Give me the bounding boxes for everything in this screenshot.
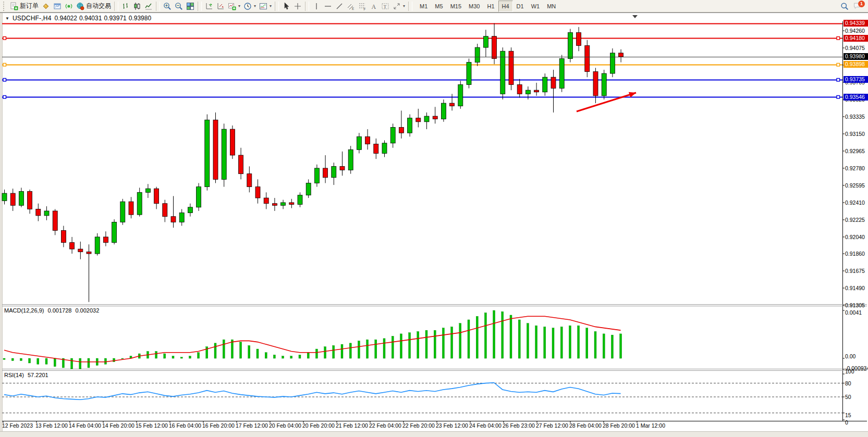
bar-chart-button[interactable] (120, 1, 131, 11)
time-axis-label: 20 Feb 20:00 (302, 422, 335, 429)
rsi-pane-label: RSI(14) 57.2201 (4, 372, 48, 378)
price-tick-label: 0.92965 (845, 148, 865, 154)
price-tick-label: 0.94075 (845, 45, 865, 51)
add-indicator-icon (228, 2, 236, 10)
time-axis-label: 1 Mar 12:00 (636, 422, 665, 429)
timeframe-m30-button[interactable]: M30 (465, 1, 483, 12)
vertical-line-tool-button[interactable] (311, 1, 322, 11)
arrows-icon (393, 2, 401, 10)
window-bottom-edge (0, 431, 868, 437)
time-axis-label: 16 Feb 20:00 (202, 422, 235, 429)
text-label-tool-button[interactable]: T (380, 1, 391, 11)
timeframe-m5-button[interactable]: M5 (431, 1, 446, 12)
time-axis-label: 28 Feb 20:00 (603, 422, 635, 429)
chart-title[interactable]: ▼ USDCHF-,H4 0.94022 0.94031 0.93971 0.9… (5, 15, 151, 22)
search-button[interactable] (839, 1, 850, 11)
candlestick-chart-button[interactable] (131, 1, 143, 11)
toolbar-separator (408, 2, 412, 11)
arrows-tool-button[interactable]: ▾ (391, 1, 407, 11)
candlestick-chart-icon (133, 2, 141, 10)
timeframe-m15-button[interactable]: M15 (447, 1, 465, 12)
chart-profile-icon (205, 2, 213, 10)
timeframe-h4-button[interactable]: H4 (498, 1, 513, 12)
periods-button[interactable]: ▾ (242, 1, 258, 11)
macd-tick-label: 0.0041 (845, 309, 862, 316)
price-badge: 0.94339 (843, 20, 868, 27)
time-axis-label: 14 Feb 20:00 (102, 422, 135, 429)
chart-menu-caret-icon: ▼ (5, 16, 9, 21)
market-watch-button[interactable] (40, 1, 52, 11)
autotrading-label: 自动交易 (86, 2, 111, 10)
tile-windows-button[interactable] (185, 1, 196, 11)
zoom-out-button[interactable] (173, 1, 185, 11)
price-badge: 0.93898 (843, 61, 868, 68)
price-tick-label: 0.92595 (845, 182, 865, 189)
rsi-tick-label: 15 (845, 412, 851, 418)
price-tick-label: 0.92410 (845, 199, 865, 206)
time-axis-label: 24 Feb 04:00 (469, 422, 502, 429)
text-label-icon: T (381, 2, 389, 10)
price-tick-label: 0.91305 (845, 302, 865, 308)
ohlc-open: 0.94022 (55, 15, 77, 22)
text-icon: A (370, 2, 378, 10)
chart-window-button[interactable] (52, 1, 63, 11)
price-tick-label: 0.92040 (845, 234, 865, 240)
price-tick-label: 0.93335 (845, 114, 865, 120)
chart-canvas[interactable] (0, 13, 868, 437)
signals-button[interactable] (63, 1, 75, 11)
line-chart-button[interactable] (143, 1, 154, 11)
cursor-tool-button[interactable] (280, 1, 292, 11)
price-tick-label: 0.93150 (845, 131, 865, 137)
timeframe-group: M1M5M15M30H1H4D1W1MN (416, 1, 559, 12)
indicators-button[interactable]: ▾ (226, 1, 242, 11)
cursor-icon (282, 2, 290, 10)
timeframe-h1-button[interactable]: H1 (483, 1, 498, 12)
crosshair-tool-button[interactable] (292, 1, 303, 11)
notifications-button[interactable]: 1 (853, 2, 864, 11)
timeframe-d1-button[interactable]: D1 (513, 1, 528, 12)
mt4-terminal: 新订单 自动交易 (0, 0, 868, 437)
time-axis-label: 26 Feb 23:00 (503, 422, 535, 429)
trendline-tool-button[interactable] (334, 1, 345, 11)
timeframe-w1-button[interactable]: W1 (528, 1, 544, 12)
toolbar-separator (156, 2, 160, 11)
auto-arrange-button[interactable] (203, 1, 215, 11)
toolbar-separator (114, 2, 118, 11)
toolbar-grip[interactable] (3, 2, 7, 11)
time-axis-label: 12 Feb 2023 (2, 422, 33, 429)
text-tool-button[interactable]: A (368, 1, 380, 11)
templates-button[interactable]: ▾ (258, 1, 273, 11)
time-axis-label: 15 Feb 12:00 (136, 422, 168, 429)
symbol-period: USDCHF-,H4 (13, 15, 52, 22)
notification-badge: 1 (858, 1, 865, 7)
toolbar-separator (275, 2, 279, 11)
price-tick-label: 0.91490 (845, 285, 865, 291)
template-icon (259, 2, 267, 10)
rsi-pane-splitter[interactable] (0, 369, 868, 370)
chart-shift-button[interactable] (215, 1, 226, 11)
rsi-tick-label: 0 (845, 419, 848, 426)
price-tick-label: 0.94260 (845, 28, 865, 34)
timeframe-m1-button[interactable]: M1 (416, 1, 431, 12)
macd-pane-splitter[interactable] (0, 304, 868, 306)
new-order-label: 新订单 (20, 2, 39, 10)
horizontal-line-icon (324, 2, 332, 10)
fibonacci-icon: F (358, 2, 366, 10)
autotrading-button[interactable]: 自动交易 (75, 1, 113, 11)
vertical-line-icon (312, 2, 321, 10)
equidistant-channel-icon: E (347, 2, 355, 10)
rsi-tick-label: 50 (845, 394, 851, 400)
dropdown-caret-icon: ▾ (238, 4, 240, 8)
chart-shift-icon (216, 2, 225, 10)
toolbar-separator (198, 2, 202, 11)
timeframe-mn-button[interactable]: MN (543, 1, 559, 12)
autotrading-icon (76, 2, 84, 10)
horizontal-line-tool-button[interactable] (322, 1, 334, 11)
fibonacci-tool-button[interactable]: F (357, 1, 368, 11)
svg-text:T: T (384, 4, 387, 9)
new-order-button[interactable]: 新订单 (8, 1, 40, 11)
channel-tool-button[interactable]: E (345, 1, 357, 11)
clock-icon (243, 2, 252, 10)
zoom-in-button[interactable] (162, 1, 173, 11)
market-watch-icon (42, 2, 50, 10)
